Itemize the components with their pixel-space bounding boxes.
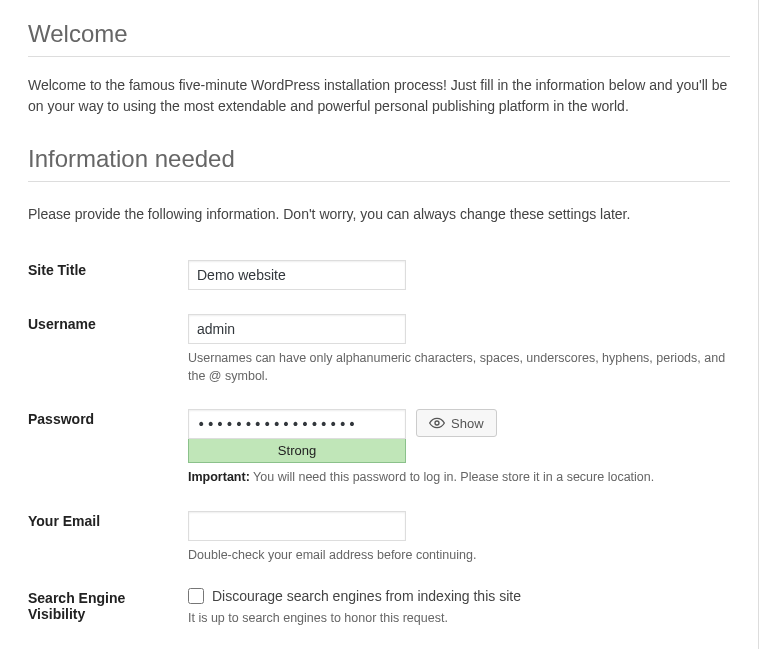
password-input[interactable]: [188, 409, 406, 439]
welcome-heading: Welcome: [28, 20, 730, 57]
search-engine-checkbox-label[interactable]: Discourage search engines from indexing …: [212, 588, 521, 604]
site-title-input[interactable]: [188, 260, 406, 290]
eye-icon: [429, 415, 445, 431]
password-important: Important: You will need this password t…: [188, 469, 730, 487]
username-hint: Usernames can have only alphanumeric cha…: [188, 350, 730, 385]
svg-point-0: [435, 421, 439, 425]
site-title-label: Site Title: [28, 250, 188, 304]
information-needed-heading: Information needed: [28, 145, 730, 182]
search-engine-checkbox[interactable]: [188, 588, 204, 604]
password-label: Password: [28, 399, 188, 501]
search-engine-hint: It is up to search engines to honor this…: [188, 610, 730, 628]
email-input[interactable]: [188, 511, 406, 541]
password-strength-meter: Strong: [188, 439, 406, 463]
username-label: Username: [28, 304, 188, 399]
search-engine-label: Search Engine Visibility: [28, 578, 188, 642]
username-input[interactable]: [188, 314, 406, 344]
sub-text: Please provide the following information…: [28, 206, 730, 222]
show-password-label: Show: [451, 416, 484, 431]
intro-text: Welcome to the famous five-minute WordPr…: [28, 75, 730, 117]
email-label: Your Email: [28, 501, 188, 579]
email-hint: Double-check your email address before c…: [188, 547, 730, 565]
show-password-button[interactable]: Show: [416, 409, 497, 437]
